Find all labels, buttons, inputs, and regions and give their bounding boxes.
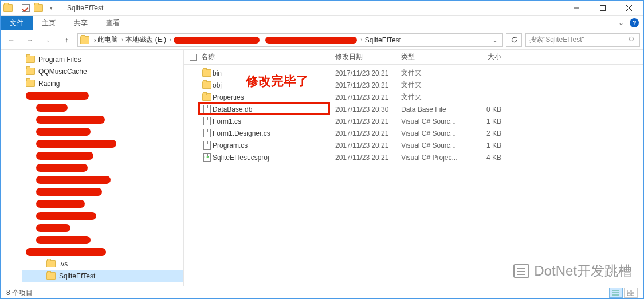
col-header-type[interactable]: 类型	[401, 52, 473, 62]
separator	[60, 3, 60, 13]
folder-icon	[202, 69, 211, 77]
address-bar: ← → ⌄ ↑ › 此电脑› 本地磁盘 (E:)› › SqliteEfTest…	[1, 30, 643, 50]
file-row[interactable]: Form1.Designer.cs2017/11/23 20:21Visual …	[184, 127, 643, 139]
crumb-redacted	[174, 37, 264, 44]
view-icons-button[interactable]	[624, 288, 638, 298]
svg-line-5	[633, 41, 635, 42]
col-header-date[interactable]: 修改日期	[335, 52, 401, 62]
tree-item[interactable]	[22, 222, 183, 234]
svg-rect-12	[631, 293, 634, 296]
select-all-checkbox[interactable]	[190, 54, 197, 61]
tree-item[interactable]	[22, 137, 183, 150]
address-dropdown-icon[interactable]: ⌄	[489, 34, 500, 46]
svg-rect-10	[631, 290, 634, 292]
svg-rect-9	[627, 290, 630, 292]
help-icon[interactable]: ?	[630, 18, 639, 27]
tree-item[interactable]	[22, 162, 183, 174]
tab-home[interactable]: 主页	[33, 16, 65, 30]
folder-tree[interactable]: Program FilesQQMusicCacheRacing.vsSqlite…	[1, 50, 184, 286]
file-row[interactable]: Program.cs2017/11/23 20:21Visual C# Sour…	[184, 139, 643, 151]
folder-icon	[46, 272, 56, 280]
cell-name: Properties	[213, 93, 335, 101]
tree-item[interactable]	[22, 234, 183, 246]
file-icon	[203, 153, 211, 162]
close-button[interactable]	[616, 1, 642, 16]
breadcrumb[interactable]: › 此电脑› 本地磁盘 (E:)› › SqliteEfTest ⌄	[77, 33, 503, 47]
tree-item[interactable]	[22, 174, 183, 186]
svg-point-4	[629, 37, 633, 41]
app-folder-icon[interactable]	[2, 2, 14, 14]
cell-name: Form1.cs	[213, 117, 335, 125]
nav-forward-button[interactable]: →	[22, 33, 37, 48]
file-icon	[203, 141, 211, 150]
ribbon-tabs: 文件 主页 共享 查看 ⌄ ?	[1, 16, 643, 30]
tree-item[interactable]	[22, 186, 183, 198]
cell-type: Visual C# Sourc...	[401, 129, 473, 137]
tree-item[interactable]	[22, 125, 183, 137]
refresh-button[interactable]	[506, 33, 522, 47]
crumb-this-pc: 此电脑›	[97, 35, 124, 45]
col-header-size[interactable]: 大小	[473, 52, 507, 62]
tree-item[interactable]	[22, 210, 183, 222]
nav-up-button[interactable]: ↑	[59, 33, 74, 48]
tree-item[interactable]: Racing	[22, 77, 183, 89]
file-row[interactable]: DataBase.db2017/11/23 20:30Data Base Fil…	[184, 103, 643, 115]
file-row[interactable]: obj2017/11/23 20:21文件夹	[184, 79, 643, 91]
file-icon	[203, 105, 211, 113]
body: Program FilesQQMusicCacheRacing.vsSqlite…	[1, 50, 643, 286]
tree-item[interactable]	[22, 246, 183, 258]
nav-recent-dropdown[interactable]: ⌄	[41, 33, 56, 48]
col-header-name[interactable]: 名称	[201, 52, 335, 62]
cell-date: 2017/11/23 20:21	[335, 69, 401, 77]
search-input[interactable]: 搜索"SqliteEfTest"	[525, 33, 640, 47]
quick-access-toolbar: ▾	[2, 2, 62, 14]
tree-item[interactable]: Program Files	[22, 53, 183, 65]
file-row[interactable]: SqliteEfTest.csproj2017/11/23 20:21Visua…	[184, 151, 643, 163]
ribbon-collapse-icon[interactable]: ⌄	[618, 19, 624, 27]
maximize-button[interactable]	[590, 1, 616, 16]
folder-qat-icon[interactable]	[32, 2, 45, 14]
tab-file[interactable]: 文件	[1, 16, 33, 30]
tree-item-label: QQMusicCache	[38, 68, 87, 76]
cell-size: 1 KB	[473, 117, 507, 125]
cell-size: 4 KB	[473, 154, 507, 162]
tree-item[interactable]: .vs	[22, 258, 183, 270]
folder-icon	[202, 93, 211, 101]
file-row[interactable]: Form1.cs2017/11/23 20:21Visual C# Sourc.…	[184, 115, 643, 127]
cell-name: DataBase.db	[213, 105, 335, 113]
tree-item[interactable]	[22, 89, 183, 101]
title-bar: ▾ SqliteEfTest	[1, 1, 643, 16]
tree-item[interactable]	[22, 113, 183, 125]
cell-name: obj	[213, 81, 335, 89]
file-row[interactable]: Properties2017/11/23 20:21文件夹	[184, 91, 643, 103]
file-row[interactable]: bin2017/11/23 20:21文件夹	[184, 67, 643, 79]
tree-item[interactable]: QQMusicCache	[22, 65, 183, 77]
search-placeholder: 搜索"SqliteEfTest"	[529, 35, 629, 45]
view-details-button[interactable]	[609, 288, 623, 298]
cell-type: 文件夹	[401, 68, 473, 78]
cell-date: 2017/11/23 20:21	[335, 81, 401, 89]
cell-type: 文件夹	[401, 92, 473, 102]
tree-item[interactable]	[22, 198, 183, 210]
file-list: 名称 修改日期 类型 大小 修改完毕了 bin2017/11/23 20:21文…	[184, 50, 643, 286]
tree-item-label: .vs	[59, 260, 68, 268]
minimize-button[interactable]	[563, 1, 590, 16]
status-bar: 8 个项目	[1, 286, 643, 299]
tab-view[interactable]: 查看	[97, 16, 129, 30]
qat-dropdown-icon[interactable]: ▾	[45, 2, 57, 14]
tree-item[interactable]: SqliteEfTest	[22, 270, 183, 282]
nav-back-button[interactable]: ←	[4, 33, 19, 48]
window-title: SqliteEfTest	[67, 4, 103, 12]
crumb-current: SqliteEfTest	[365, 36, 401, 44]
properties-qat-icon[interactable]	[19, 2, 32, 14]
svg-rect-11	[627, 293, 630, 296]
crumb-redacted: ›	[265, 37, 363, 44]
tree-item[interactable]	[22, 150, 183, 162]
tab-share[interactable]: 共享	[65, 16, 97, 30]
folder-icon	[202, 81, 211, 89]
cell-name: bin	[213, 69, 335, 77]
cell-date: 2017/11/23 20:21	[335, 129, 401, 137]
tree-item[interactable]	[22, 101, 183, 113]
tree-item-label: SqliteEfTest	[59, 272, 95, 280]
tree-item-label: Racing	[38, 80, 60, 88]
